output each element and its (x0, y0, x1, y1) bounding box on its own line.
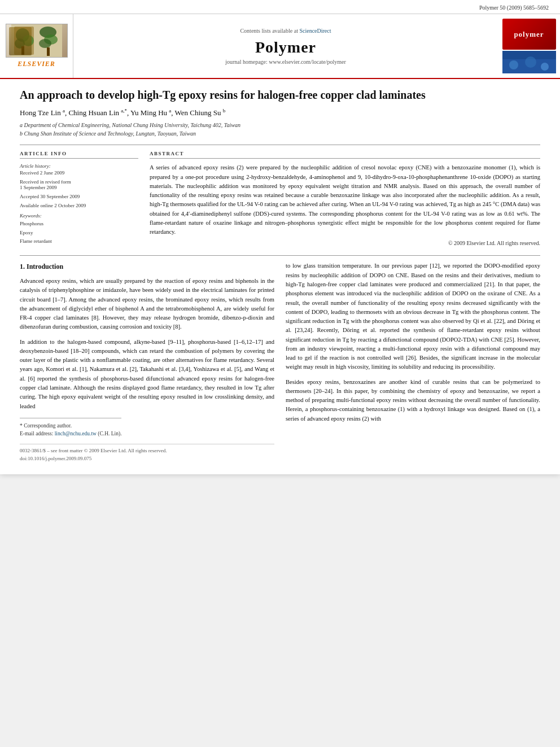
section-title: Introduction (27, 263, 63, 270)
abstract-copyright: © 2009 Elsevier Ltd. All rights reserved… (150, 240, 540, 246)
svg-point-3 (23, 35, 34, 46)
journal-center: Contents lists available at ScienceDirec… (73, 14, 498, 78)
intro-heading: 1. Introduction (20, 261, 274, 272)
svg-point-13 (525, 56, 536, 68)
polymer-logo-image (502, 51, 556, 73)
keywords-label: Keywords: (20, 213, 138, 219)
revised-date: Received in revised form1 September 2009 (20, 179, 138, 190)
journal-title-banner: Polymer (85, 38, 487, 56)
elsevier-tree-icon (11, 24, 62, 58)
footnote-corresponding: * Corresponding author. (20, 422, 274, 430)
journal-footer: 0032-3861/$ – see front matter © 2009 El… (20, 444, 274, 463)
affiliations: a Department of Chemical Engineering, Na… (20, 121, 540, 138)
article-info-box: ARTICLE INFO Article history: Received 2… (20, 151, 138, 246)
elsevier-logo-image (6, 24, 68, 58)
email-link[interactable]: linch@nchu.edu.tw (55, 431, 97, 436)
page: Polymer 50 (2009) 5685–5692 ELSE (0, 0, 560, 474)
svg-rect-1 (14, 27, 34, 55)
article-body: An approach to develop high-Tg epoxy res… (0, 79, 560, 474)
journal-reference: Polymer 50 (2009) 5685–5692 (0, 0, 560, 14)
abstract-text: A series of advanced epoxy resins (2) we… (150, 163, 540, 237)
journal-banner: ELSEVIER Contents lists available at Sci… (0, 14, 560, 79)
journal-homepage: journal homepage: www.elsevier.com/locat… (85, 59, 487, 65)
keyword-1: Phosphorus (20, 220, 138, 228)
info-abstract-row: ARTICLE INFO Article history: Received 2… (20, 151, 540, 246)
history-label: Article history: (20, 163, 138, 169)
keywords-list: Phosphorus Epoxy Flame retardant (20, 220, 138, 246)
sciencedirect-line: Contents lists available at ScienceDirec… (85, 28, 487, 34)
right-column: to low glass transition temperature. In … (286, 261, 540, 463)
keyword-3: Flame retardant (20, 237, 138, 246)
abstract-heading: ABSTRACT (150, 151, 540, 159)
right-paragraph-2: Besides epoxy resins, benzoxazines are a… (286, 378, 540, 423)
body-divider (20, 255, 540, 256)
available-date: Available online 2 October 2009 (20, 203, 138, 208)
article-info-heading: ARTICLE INFO (20, 151, 138, 159)
footnote-divider (20, 418, 121, 418)
polymer-logo-top: polymer (502, 19, 556, 50)
elsevier-logo: ELSEVIER (0, 14, 73, 78)
keyword-2: Epoxy (20, 229, 138, 237)
elsevier-brand-text: ELSEVIER (18, 60, 55, 68)
svg-point-12 (509, 60, 518, 69)
intro-paragraph-2: In addition to the halogen-based compoun… (20, 338, 274, 411)
svg-point-14 (541, 63, 549, 71)
left-column: 1. Introduction Advanced epoxy resins, w… (20, 261, 274, 463)
article-title: An approach to develop high-Tg epoxy res… (20, 88, 540, 102)
svg-point-8 (39, 39, 51, 48)
footnote-email: E-mail address: linch@nchu.edu.tw (C.H. … (20, 430, 274, 438)
svg-rect-9 (47, 47, 50, 56)
main-two-column: 1. Introduction Advanced epoxy resins, w… (20, 261, 540, 463)
authors-line: Hong Tze Lin a, Ching Hsuan Lin a,*, Yu … (20, 108, 540, 117)
abstract-section: ABSTRACT A series of advanced epoxy resi… (150, 151, 540, 246)
right-paragraph-1: to low glass transition temperature. In … (286, 261, 540, 372)
svg-point-2 (16, 28, 29, 42)
svg-point-4 (15, 38, 25, 49)
section-divider (20, 145, 540, 145)
section-number: 1. (20, 263, 25, 270)
accepted-date: Accepted 30 September 2009 (20, 194, 138, 199)
svg-rect-5 (21, 46, 24, 55)
polymer-image-icon (502, 51, 556, 73)
polymer-logo-box: polymer (498, 14, 560, 78)
sciencedirect-link[interactable]: ScienceDirect (299, 28, 331, 34)
intro-paragraph-1: Advanced epoxy resins, which are usually… (20, 277, 274, 332)
received-date: Received 2 June 2009 (20, 170, 138, 176)
